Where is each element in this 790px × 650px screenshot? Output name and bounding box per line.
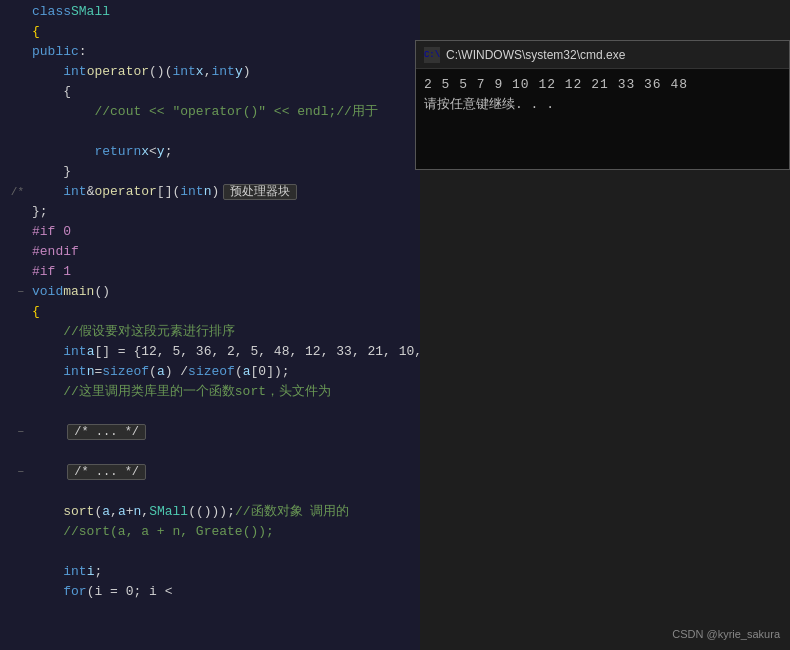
code-line: int a[] = {12, 5, 36, 2, 5, 48, 12, 33, …: [32, 342, 416, 362]
code-line-folded: int& operator[](int n) 预处理器块: [32, 182, 416, 202]
line-numbers: /* − − −: [0, 0, 28, 642]
cmd-icon: C:\: [424, 47, 440, 63]
cmd-output-numbers: 2 5 5 7 9 10 12 12 21 33 36 48: [424, 75, 781, 95]
collapsed-block-2[interactable]: /* ... */: [67, 464, 146, 480]
cmd-body: 2 5 5 7 9 10 12 12 21 33 36 48 请按任意键继续. …: [416, 69, 789, 121]
cmd-window: C:\ C:\WINDOWS\system32\cmd.exe 2 5 5 7 …: [415, 40, 790, 170]
code-editor: /* − − − class SMall { p: [0, 0, 420, 650]
code-line: }: [32, 162, 416, 182]
watermark-text: CSDN @kyrie_sakura: [672, 628, 780, 640]
code-line: for(i = 0; i <: [32, 582, 416, 602]
code-line: {: [32, 82, 416, 102]
code-line: [32, 402, 416, 422]
code-line: #if 1: [32, 262, 416, 282]
code-line: [32, 442, 416, 462]
code-content: class SMall { public: int operator()(int…: [28, 0, 420, 650]
code-line: return x < y;: [32, 142, 416, 162]
code-line-collapsed1: /* ... */: [32, 422, 416, 442]
code-line: public:: [32, 42, 416, 62]
preprocessor-collapsed-block[interactable]: 预处理器块: [223, 184, 297, 200]
code-line: //cout << "operator()" << endl;//用于: [32, 102, 416, 122]
code-line: int i;: [32, 562, 416, 582]
code-line: class SMall: [32, 2, 416, 22]
code-line: };: [32, 202, 416, 222]
code-line: int operator()(int x, int y): [32, 62, 416, 82]
code-line: //sort(a, a + n, Greate());: [32, 522, 416, 542]
code-line: int n = sizeof(a) / sizeof(a[0]);: [32, 362, 416, 382]
code-line: [32, 542, 416, 562]
code-line: #if 0: [32, 222, 416, 242]
code-line: [32, 122, 416, 142]
code-line: void main(): [32, 282, 416, 302]
cmd-titlebar: C:\ C:\WINDOWS\system32\cmd.exe: [416, 41, 789, 69]
code-line: sort(a, a + n, SMall(()));//函数对象 调用的: [32, 502, 416, 522]
cmd-prompt-line: 请按任意键继续. . .: [424, 95, 781, 115]
code-line: {: [32, 302, 416, 322]
watermark: CSDN @kyrie_sakura: [672, 628, 780, 640]
code-line: [32, 482, 416, 502]
cmd-title-text: C:\WINDOWS\system32\cmd.exe: [446, 48, 625, 62]
code-line: //这里调用类库里的一个函数sort，头文件为: [32, 382, 416, 402]
code-line-collapsed2: /* ... */: [32, 462, 416, 482]
code-line: {: [32, 22, 416, 42]
code-line: //假设要对这段元素进行排序: [32, 322, 416, 342]
collapsed-block-1[interactable]: /* ... */: [67, 424, 146, 440]
code-line: #endif: [32, 242, 416, 262]
